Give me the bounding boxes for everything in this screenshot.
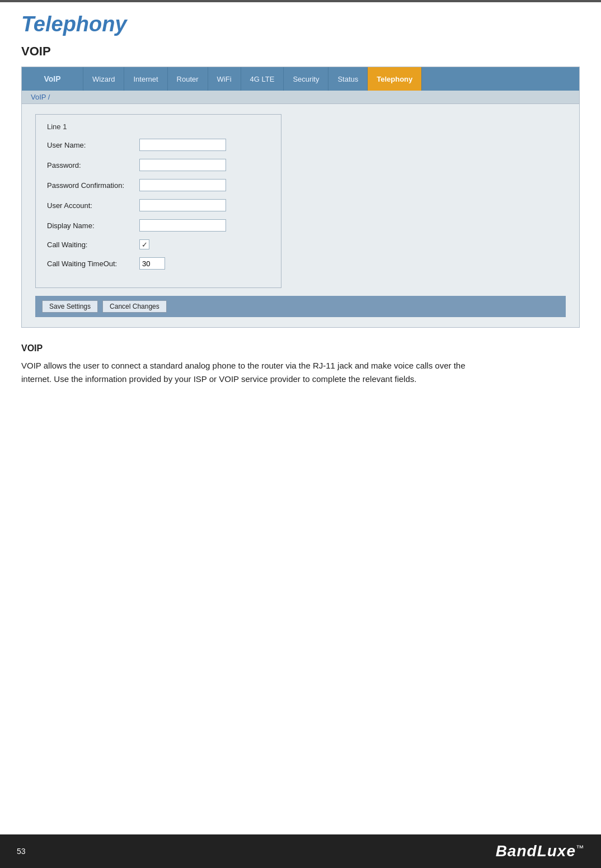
username-row: User Name: bbox=[47, 139, 270, 151]
cancel-changes-button[interactable]: Cancel Changes bbox=[102, 300, 167, 313]
password-confirm-input[interactable] bbox=[139, 179, 226, 191]
description-text: VOIP allows the user to connect a standa… bbox=[21, 359, 480, 386]
page-title: Telephony bbox=[21, 12, 580, 36]
call-waiting-checkbox[interactable]: ✓ bbox=[139, 239, 149, 249]
username-input[interactable] bbox=[139, 139, 226, 151]
button-row: Save Settings Cancel Changes bbox=[35, 296, 566, 317]
footer-logo-text: BandLuxe bbox=[496, 842, 576, 860]
save-settings-button[interactable]: Save Settings bbox=[42, 300, 98, 313]
tab-router[interactable]: Router bbox=[168, 67, 208, 91]
nav-bar: VoIP Wizard Internet Router WiFi 4G LTE … bbox=[22, 67, 579, 91]
user-account-input[interactable] bbox=[139, 199, 226, 211]
footer-logo: BandLuxe™ bbox=[496, 842, 584, 860]
call-waiting-label: Call Waiting: bbox=[47, 240, 139, 249]
username-label: User Name: bbox=[47, 141, 139, 149]
display-name-label: Display Name: bbox=[47, 221, 139, 230]
password-label: Password: bbox=[47, 161, 139, 169]
description-title: VOIP bbox=[21, 343, 580, 353]
page-footer: 53 BandLuxe™ bbox=[0, 834, 601, 868]
nav-left-label: VoIP bbox=[22, 67, 83, 91]
tab-wizard[interactable]: Wizard bbox=[83, 67, 124, 91]
user-account-label: User Account: bbox=[47, 201, 139, 210]
footer-page-number: 53 bbox=[17, 847, 26, 856]
call-waiting-timeout-label: Call Waiting TimeOut: bbox=[47, 260, 139, 268]
tab-security[interactable]: Security bbox=[284, 67, 328, 91]
form-area: Line 1 User Name: Password: Password Con… bbox=[22, 104, 579, 327]
line1-fieldset: Line 1 User Name: Password: Password Con… bbox=[35, 114, 281, 288]
password-confirm-row: Password Confirmation: bbox=[47, 179, 270, 191]
tab-status[interactable]: Status bbox=[328, 67, 368, 91]
password-confirm-label: Password Confirmation: bbox=[47, 181, 139, 190]
section-title: VOIP bbox=[21, 44, 580, 59]
display-name-row: Display Name: bbox=[47, 219, 270, 232]
tab-wifi[interactable]: WiFi bbox=[208, 67, 241, 91]
password-row: Password: bbox=[47, 159, 270, 171]
tab-4glte[interactable]: 4G LTE bbox=[241, 67, 284, 91]
display-name-input[interactable] bbox=[139, 219, 226, 232]
nav-tabs: Wizard Internet Router WiFi 4G LTE Secur… bbox=[83, 67, 579, 91]
main-panel: VoIP Wizard Internet Router WiFi 4G LTE … bbox=[21, 67, 580, 328]
tab-telephony[interactable]: Telephony bbox=[368, 67, 422, 91]
call-waiting-timeout-row: Call Waiting TimeOut: bbox=[47, 257, 270, 270]
user-account-row: User Account: bbox=[47, 199, 270, 211]
tab-internet[interactable]: Internet bbox=[124, 67, 167, 91]
fieldset-legend: Line 1 bbox=[47, 122, 270, 131]
breadcrumb: VoIP / bbox=[22, 91, 579, 104]
call-waiting-timeout-input[interactable] bbox=[139, 257, 165, 270]
footer-tm: ™ bbox=[576, 843, 584, 852]
password-input[interactable] bbox=[139, 159, 226, 171]
call-waiting-row: Call Waiting: ✓ bbox=[47, 239, 270, 249]
